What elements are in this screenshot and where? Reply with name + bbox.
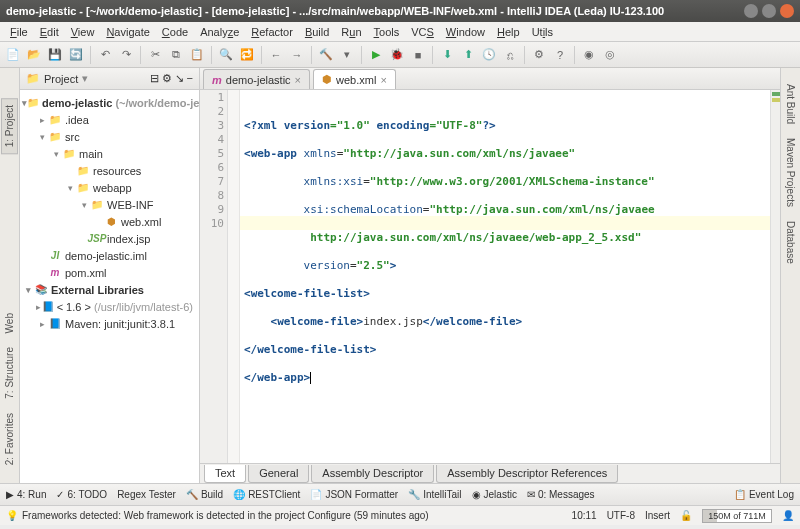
tool-tail[interactable]: 🔧 IntelliTail: [408, 489, 461, 500]
copy-icon[interactable]: ⧉: [167, 46, 185, 64]
paste-icon[interactable]: 📋: [188, 46, 206, 64]
overview-ruler[interactable]: [770, 90, 780, 463]
memory-indicator[interactable]: 150M of 711M: [702, 509, 772, 523]
replace-icon[interactable]: 🔁: [238, 46, 256, 64]
tool-todo[interactable]: ✓ 6: TODO: [56, 489, 107, 500]
jelastic-deploy-icon[interactable]: ◎: [601, 46, 619, 64]
cursor-position[interactable]: 10:11: [572, 510, 597, 521]
tree-main[interactable]: main: [79, 148, 103, 160]
encoding[interactable]: UTF-8: [607, 510, 635, 521]
tool-jelastic[interactable]: ◉ Jelastic: [472, 489, 517, 500]
vcs-revert-icon[interactable]: ⎌: [501, 46, 519, 64]
tool-rest[interactable]: 🌐 RESTClient: [233, 489, 300, 500]
tool-eventlog[interactable]: 📋 Event Log: [734, 489, 794, 500]
forward-icon[interactable]: →: [288, 46, 306, 64]
new-file-icon[interactable]: 📄: [4, 46, 22, 64]
btab-general[interactable]: General: [248, 465, 309, 483]
minimize-panel-icon[interactable]: −: [187, 72, 193, 85]
tool-favorites[interactable]: 2: Favorites: [2, 407, 17, 471]
menu-refactor[interactable]: Refactor: [245, 26, 299, 38]
btab-assembly[interactable]: Assembly Descriptor: [311, 465, 434, 483]
build-icon[interactable]: 🔨: [317, 46, 335, 64]
bulb-icon[interactable]: 💡: [6, 510, 18, 521]
debug-icon[interactable]: 🐞: [388, 46, 406, 64]
editor-tab-demo-jelastic[interactable]: mdemo-jelastic×: [203, 69, 310, 89]
vcs-update-icon[interactable]: ⬇: [438, 46, 456, 64]
settings-icon[interactable]: ⚙: [530, 46, 548, 64]
tree-maven[interactable]: Maven: junit:junit:3.8.1: [65, 318, 175, 330]
btab-assembly-refs[interactable]: Assembly Descriptor References: [436, 465, 618, 483]
tree-pom[interactable]: pom.xml: [65, 267, 107, 279]
tree-src[interactable]: src: [65, 131, 80, 143]
status-message[interactable]: Frameworks detected: Web framework is de…: [22, 510, 429, 521]
fold-gutter[interactable]: [228, 90, 240, 463]
hide-panel-icon[interactable]: ↘: [175, 72, 184, 85]
hector-icon[interactable]: 👤: [782, 510, 794, 521]
menu-window[interactable]: Window: [440, 26, 491, 38]
vcs-history-icon[interactable]: 🕓: [480, 46, 498, 64]
window-close-button[interactable]: [780, 4, 794, 18]
run-icon[interactable]: ▶: [367, 46, 385, 64]
lock-icon[interactable]: 🔓: [680, 510, 692, 521]
vcs-commit-icon[interactable]: ⬆: [459, 46, 477, 64]
menu-vcs[interactable]: VCS: [405, 26, 440, 38]
tool-run[interactable]: ▶ 4: Run: [6, 489, 46, 500]
tree-extlib[interactable]: External Libraries: [51, 284, 144, 296]
code-editor[interactable]: 12345678910 <?xml version="1.0" encoding…: [200, 90, 780, 463]
run-config-icon[interactable]: ▾: [338, 46, 356, 64]
settings-icon[interactable]: ⚙: [162, 72, 172, 85]
menu-build[interactable]: Build: [299, 26, 335, 38]
menu-help[interactable]: Help: [491, 26, 526, 38]
menu-view[interactable]: View: [65, 26, 101, 38]
menu-file[interactable]: FFileile: [4, 26, 34, 38]
collapse-all-icon[interactable]: ⊟: [150, 72, 159, 85]
tree-idea[interactable]: .idea: [65, 114, 89, 126]
menu-tools[interactable]: Tools: [368, 26, 406, 38]
back-icon[interactable]: ←: [267, 46, 285, 64]
open-icon[interactable]: 📂: [25, 46, 43, 64]
tree-resources[interactable]: resources: [93, 165, 141, 177]
tool-project[interactable]: 1: Project: [1, 98, 18, 154]
redo-icon[interactable]: ↷: [117, 46, 135, 64]
right-tool-strip: Ant Build Maven Projects Database: [780, 68, 800, 483]
tool-ant[interactable]: Ant Build: [783, 78, 798, 130]
stop-icon[interactable]: ■: [409, 46, 427, 64]
menu-utils[interactable]: Utils: [526, 26, 559, 38]
undo-icon[interactable]: ↶: [96, 46, 114, 64]
menu-navigate[interactable]: Navigate: [100, 26, 155, 38]
find-icon[interactable]: 🔍: [217, 46, 235, 64]
window-maximize-button[interactable]: [762, 4, 776, 18]
editor-tab-webxml[interactable]: ⬢web.xml×: [313, 69, 396, 89]
tool-maven[interactable]: Maven Projects: [783, 132, 798, 213]
close-tab-icon[interactable]: ×: [380, 74, 386, 86]
tree-webapp[interactable]: webapp: [93, 182, 132, 194]
menu-analyze[interactable]: Analyze: [194, 26, 245, 38]
help-icon[interactable]: ?: [551, 46, 569, 64]
refresh-icon[interactable]: 🔄: [67, 46, 85, 64]
tree-root[interactable]: demo-jelastic: [42, 97, 112, 109]
menu-edit[interactable]: Edit: [34, 26, 65, 38]
btab-text[interactable]: Text: [204, 465, 246, 483]
menu-code[interactable]: Code: [156, 26, 194, 38]
tool-messages[interactable]: ✉ 0: Messages: [527, 489, 595, 500]
tree-webxml[interactable]: web.xml: [121, 216, 161, 228]
tree-webinf[interactable]: WEB-INF: [107, 199, 153, 211]
save-icon[interactable]: 💾: [46, 46, 64, 64]
tree-iml[interactable]: demo-jelastic.iml: [65, 250, 147, 262]
close-tab-icon[interactable]: ×: [295, 74, 301, 86]
tree-jdk[interactable]: < 1.6 >: [57, 301, 91, 313]
tool-structure[interactable]: 7: Structure: [2, 341, 17, 405]
tool-web[interactable]: Web: [2, 307, 17, 339]
tool-database[interactable]: Database: [783, 215, 798, 270]
window-minimize-button[interactable]: [744, 4, 758, 18]
source-text[interactable]: <?xml version="1.0" encoding="UTF-8"?> <…: [240, 90, 770, 463]
insert-mode[interactable]: Insert: [645, 510, 670, 521]
project-tree[interactable]: ▾📁demo-jelastic (~/work/demo-jelast ▸📁.i…: [20, 90, 199, 483]
tool-regex[interactable]: Regex Tester: [117, 489, 176, 500]
tool-json[interactable]: 📄 JSON Formatter: [310, 489, 398, 500]
tool-build[interactable]: 🔨 Build: [186, 489, 223, 500]
jelastic-icon[interactable]: ◉: [580, 46, 598, 64]
menu-run[interactable]: Run: [335, 26, 367, 38]
cut-icon[interactable]: ✂: [146, 46, 164, 64]
tree-indexjsp[interactable]: index.jsp: [107, 233, 150, 245]
